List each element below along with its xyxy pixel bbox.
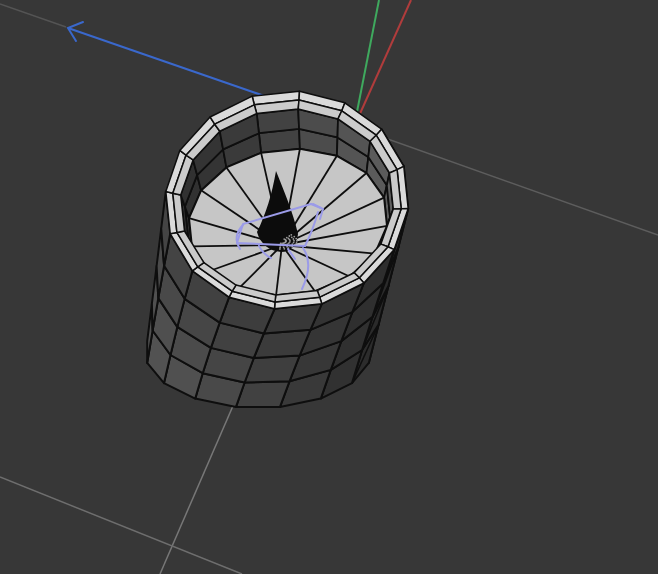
spike-stipple-dot xyxy=(288,235,290,237)
spike-stipple-dot xyxy=(296,242,298,244)
spike-stipple-dot xyxy=(295,238,297,240)
spike-stipple-dot xyxy=(291,236,293,238)
spike-stipple-dot xyxy=(292,238,294,240)
spike-stipple-dot xyxy=(293,240,295,242)
spike-stipple-dot xyxy=(290,234,292,236)
spike-stipple-dot xyxy=(288,242,290,244)
spike-stipple-dot xyxy=(286,237,288,239)
spike-stipple-dot xyxy=(283,248,285,250)
viewport-canvas[interactable] xyxy=(0,0,658,574)
3d-viewport[interactable] xyxy=(0,0,658,574)
spike-stipple-dot xyxy=(296,240,298,242)
spike-stipple-dot xyxy=(293,242,295,244)
spike-stipple-dot xyxy=(293,236,295,238)
spike-stipple-dot xyxy=(279,248,281,250)
